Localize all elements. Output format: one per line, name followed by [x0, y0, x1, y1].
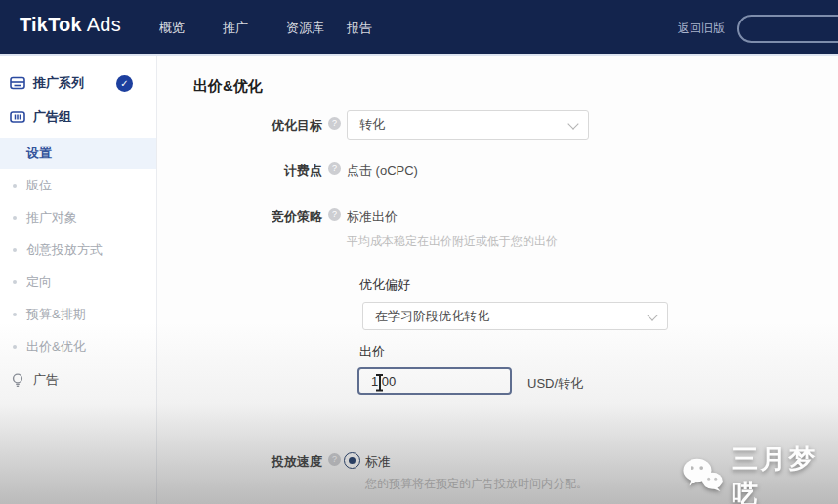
optimization-goal-value: 转化	[359, 116, 385, 134]
adgroup-icon	[10, 109, 25, 125]
billing-event-value: 点击 (oCPC)	[347, 162, 418, 180]
sidebar-item-label: 版位	[26, 177, 52, 194]
pacing-help-icon[interactable]: ?	[328, 453, 341, 466]
sidebar-item-label: 推广对象	[26, 209, 77, 227]
sidebar-item-ad[interactable]: 广告	[0, 364, 156, 396]
bullet-dot	[13, 184, 17, 188]
radio-selected-dot	[349, 457, 356, 464]
watermark: 三月梦呓	[682, 441, 838, 504]
bid-unit-label: USD/转化	[527, 375, 583, 393]
bullet-dot	[13, 345, 17, 349]
bid-strategy-help-icon[interactable]: ?	[328, 208, 341, 221]
sidebar-item-adgroup[interactable]: 广告组	[0, 102, 156, 133]
sidebar-item-label: 创意投放方式	[26, 241, 103, 259]
watermark-text: 三月梦呓	[732, 441, 838, 504]
pacing-label: 投放速度	[188, 453, 322, 471]
account-pill-button[interactable]	[737, 15, 838, 43]
bullet-dot	[13, 248, 17, 252]
nav-item-promotion[interactable]: 推广	[223, 20, 248, 37]
sidebar-item-creative-delivery[interactable]: 创意投放方式	[0, 234, 156, 266]
billing-event-help-icon[interactable]: ?	[328, 162, 341, 175]
pacing-value: 标准	[365, 453, 391, 471]
sidebar-item-label: 定向	[26, 273, 52, 291]
bullet-dot	[13, 313, 17, 316]
optimization-preference-label: 优化偏好	[359, 276, 410, 294]
bid-strategy-value: 标准出价	[347, 208, 398, 226]
sidebar-item-label: 预算&排期	[26, 306, 86, 323]
top-navbar: TikTokAds 概览 推广 资源库 报告 返回旧版	[0, 0, 838, 54]
step-sidebar: 推广系列 ✓ 广告组 设置 版位 推广对象 创意投放方式	[0, 56, 157, 504]
chevron-down-icon	[647, 310, 657, 320]
bid-amount-input[interactable]	[357, 367, 512, 395]
billing-event-label: 计费点	[188, 162, 322, 180]
chevron-down-icon	[567, 118, 578, 129]
pacing-description: 您的预算将在预定的广告投放时间内分配。	[365, 476, 588, 492]
nav-item-overview[interactable]: 概览	[159, 20, 185, 37]
sidebar-item-label: 出价&优化	[26, 338, 86, 356]
sidebar-item-label: 设置	[26, 145, 52, 162]
sidebar-item-label: 广告组	[33, 108, 71, 126]
bid-strategy-description: 平均成本稳定在出价附近或低于您的出价	[347, 233, 558, 250]
logo-secondary: Ads	[87, 14, 121, 35]
campaign-complete-check-icon: ✓	[116, 75, 133, 92]
logo-primary: TikTok	[20, 14, 82, 35]
optimization-preference-select[interactable]: 在学习阶段优化转化	[362, 302, 668, 330]
campaign-icon	[10, 75, 25, 91]
sidebar-item-label: 广告	[33, 371, 59, 389]
tiktok-ads-app: TikTokAds 概览 推广 资源库 报告 返回旧版 推广系列 ✓	[0, 0, 838, 504]
optimization-goal-label: 优化目标	[188, 117, 322, 135]
sidebar-item-label: 推广系列	[33, 74, 84, 92]
optimization-preference-value: 在学习阶段优化转化	[375, 308, 489, 325]
nav-item-reports[interactable]: 报告	[347, 20, 372, 37]
optimization-goal-help-icon[interactable]: ?	[328, 117, 341, 130]
pacing-standard-radio[interactable]	[344, 452, 360, 469]
sidebar-item-placements[interactable]: 版位	[0, 170, 156, 201]
bid-label: 出价	[359, 343, 385, 360]
sidebar-item-settings[interactable]: 设置	[0, 138, 156, 169]
tiktok-ads-logo[interactable]: TikTokAds	[20, 14, 121, 36]
sidebar-item-promotion-object[interactable]: 推广对象	[0, 202, 156, 233]
bid-strategy-label: 竞价策略	[188, 208, 322, 226]
page-title: 出价&优化	[193, 77, 263, 96]
bullet-dot	[13, 280, 17, 284]
sidebar-item-targeting[interactable]: 定向	[0, 267, 156, 298]
sidebar-item-budget-schedule[interactable]: 预算&排期	[0, 299, 156, 330]
back-to-old-version-link[interactable]: 返回旧版	[678, 21, 725, 37]
sidebar-item-bid-optimization[interactable]: 出价&优化	[0, 331, 156, 362]
optimization-goal-select[interactable]: 转化	[347, 110, 589, 140]
lightbulb-icon	[10, 372, 25, 388]
wechat-icon	[682, 456, 724, 497]
sidebar-item-campaign[interactable]: 推广系列 ✓	[0, 67, 156, 99]
nav-item-assets[interactable]: 资源库	[286, 20, 324, 37]
bullet-dot	[13, 216, 17, 220]
